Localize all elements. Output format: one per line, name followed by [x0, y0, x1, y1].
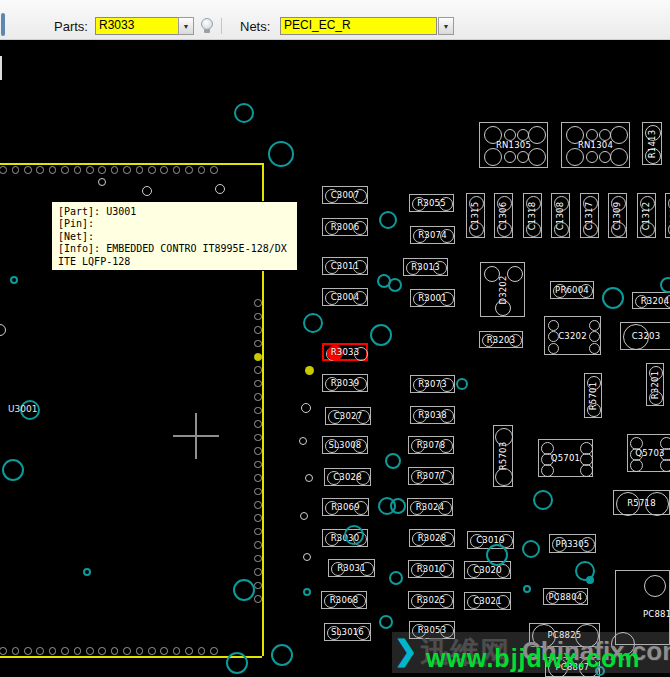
- part-r3068[interactable]: R3068: [321, 591, 367, 609]
- chip-pin: [36, 647, 44, 655]
- pad-circle: [300, 512, 308, 520]
- part-label: R3001: [418, 293, 447, 303]
- part-label: R3031: [337, 563, 366, 573]
- part-c1318[interactable]: C1318: [523, 193, 542, 238]
- part-r3201[interactable]: R3201: [646, 363, 664, 406]
- via: [303, 313, 323, 333]
- part-c3203[interactable]: C3203: [620, 322, 670, 350]
- part-q5703[interactable]: Q5703: [627, 434, 670, 472]
- parts-combo-dropdown[interactable]: ▼: [178, 17, 194, 35]
- board-mark: [0, 56, 2, 80]
- part-pr6004[interactable]: PR6004: [550, 281, 594, 299]
- part-c1309[interactable]: C1309: [608, 193, 627, 238]
- part-r3077[interactable]: R3077: [408, 467, 454, 485]
- part-r3006[interactable]: R3006: [322, 218, 368, 236]
- part-r3073[interactable]: R3073: [410, 375, 455, 393]
- part-rn1305[interactable]: RN1305: [479, 122, 548, 168]
- part-c3027[interactable]: C3027: [325, 407, 371, 425]
- part-r3055[interactable]: R3055: [409, 194, 454, 212]
- chip-pin: [160, 647, 168, 655]
- part-r5701[interactable]: R5701: [584, 373, 602, 418]
- part-r3024[interactable]: R3024: [407, 498, 453, 516]
- lightbulb-icon[interactable]: [199, 18, 215, 35]
- part-label: R3068: [330, 595, 359, 605]
- part-label: C3202: [558, 331, 587, 341]
- part-r3028[interactable]: R3028: [409, 529, 455, 547]
- part-r3031[interactable]: R3031: [328, 559, 375, 577]
- parts-combo-input[interactable]: R3033: [95, 17, 179, 35]
- chip-outline: [0, 656, 262, 658]
- nets-label: Nets:: [240, 19, 270, 34]
- part-pc8804[interactable]: PC8804: [543, 588, 588, 605]
- part-c3020[interactable]: C3020: [464, 561, 511, 579]
- part-c1306[interactable]: C1306: [494, 193, 513, 238]
- part-pr3305[interactable]: PR3305: [549, 534, 596, 553]
- part-r3038[interactable]: R3038: [410, 406, 455, 424]
- part-r3078[interactable]: R3078: [408, 436, 454, 454]
- watermark-url: www.bjjdwx.com: [426, 644, 641, 673]
- part-label: PR6004: [555, 285, 589, 295]
- via: [586, 576, 594, 584]
- part-c3011[interactable]: C3011: [322, 257, 368, 275]
- nets-combo-value: PECI_EC_R: [284, 18, 351, 32]
- part-c1315[interactable]: C1315: [466, 193, 485, 238]
- part-r5718[interactable]: R5718: [613, 490, 670, 515]
- part-c1317[interactable]: C1317: [580, 193, 599, 238]
- part-r3069[interactable]: R3069: [322, 498, 369, 516]
- part-r3039[interactable]: R3039: [322, 374, 368, 392]
- chip-pin: [254, 393, 262, 401]
- part-r3010[interactable]: R3010: [408, 560, 454, 578]
- chip-pin: [49, 166, 57, 174]
- part-c3021[interactable]: C3021: [464, 592, 511, 610]
- pad-circle: [98, 178, 106, 186]
- nets-combo-dropdown[interactable]: ▼: [438, 17, 454, 35]
- nets-combo-input[interactable]: PECI_EC_R: [280, 17, 437, 35]
- chip-pin: [111, 166, 119, 174]
- chip-pin: [254, 313, 262, 321]
- part-label: R3055: [417, 198, 446, 208]
- chip-pin: [254, 353, 262, 361]
- chip-pin: [254, 514, 262, 522]
- part-c1316[interactable]: C1316: [665, 193, 670, 238]
- watermark-chevron-icon: ❯: [394, 634, 417, 667]
- part-label: C1312: [642, 201, 652, 230]
- part-label: R3038: [418, 410, 447, 420]
- chip-outline: [0, 163, 262, 165]
- part-r3001[interactable]: R3001: [410, 289, 455, 307]
- toolbar-grip[interactable]: [1, 13, 5, 36]
- chip-pin: [86, 647, 94, 655]
- part-c1312[interactable]: C1312: [637, 193, 656, 238]
- part-c3028[interactable]: C3028: [324, 468, 371, 486]
- pad-circle: [299, 437, 307, 445]
- part-label: R3033: [331, 347, 360, 357]
- part-label: R3069: [331, 502, 360, 512]
- part-d3202[interactable]: D3202: [480, 262, 525, 317]
- part-sl3016[interactable]: SL3016: [324, 623, 371, 641]
- part-c3202[interactable]: C3202: [544, 316, 601, 355]
- part-sl3008[interactable]: SL3008: [322, 436, 368, 454]
- via: [486, 544, 508, 566]
- part-rn1304[interactable]: RN1304: [561, 122, 630, 168]
- part-r3033[interactable]: R3033: [322, 343, 368, 361]
- part-c3007[interactable]: C3007: [322, 186, 368, 204]
- part-r3025[interactable]: R3025: [408, 591, 454, 609]
- part-r3203[interactable]: R3203: [479, 331, 523, 348]
- chip-pin: [123, 647, 131, 655]
- via: [234, 103, 254, 123]
- chip-pin: [0, 166, 7, 174]
- part-c1308[interactable]: C1308: [551, 193, 570, 238]
- via: [83, 568, 91, 576]
- pad-circle: [305, 474, 313, 482]
- part-q5701[interactable]: Q5701: [538, 439, 593, 477]
- part-r3204[interactable]: R3204: [632, 292, 670, 309]
- part-label: PC8812: [643, 609, 670, 619]
- chip-pin: [173, 647, 181, 655]
- part-r3074[interactable]: R3074: [410, 226, 455, 244]
- part-label: C1306: [499, 201, 509, 230]
- part-c3004[interactable]: C3004: [322, 288, 368, 306]
- part-r1413[interactable]: R1413: [642, 122, 662, 165]
- part-r5703[interactable]: R5703: [493, 425, 513, 487]
- part-label: R3006: [331, 222, 360, 232]
- pcb-board[interactable]: U3001 [Part]: U3001 [Pin]: [Net]: [Info]…: [0, 0, 670, 677]
- part-r3013[interactable]: R3013: [403, 258, 448, 276]
